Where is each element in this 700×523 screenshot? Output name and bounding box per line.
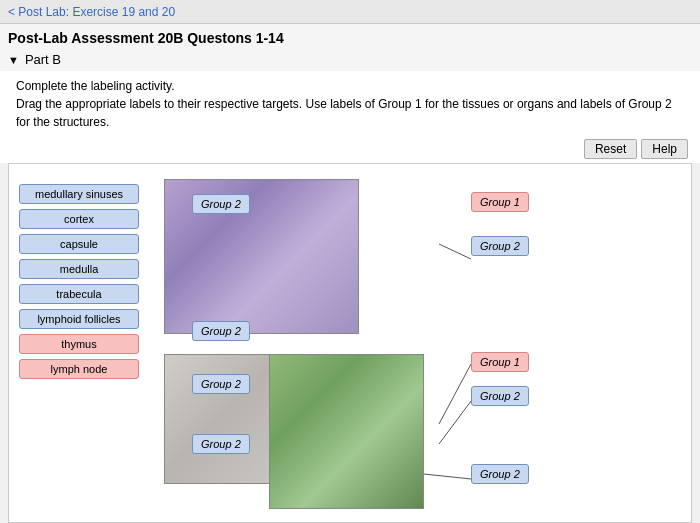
label-thymus[interactable]: thymus (19, 334, 139, 354)
section-label: Part B (25, 52, 61, 67)
drop-target-3[interactable]: Group 2 (192, 374, 250, 394)
reset-button[interactable]: Reset (584, 139, 637, 159)
part-b-header: ▼ Part B (0, 48, 700, 71)
drop-target-1[interactable]: Group 2 (192, 194, 250, 214)
drop-target-2[interactable]: Group 2 (192, 321, 250, 341)
image-bottom-microscope (269, 354, 424, 509)
drop-target-group1-mid[interactable]: Group 1 (471, 352, 529, 372)
instructions: Complete the labeling activity. Drag the… (0, 71, 700, 135)
label-medulla[interactable]: medulla (19, 259, 139, 279)
svg-line-5 (439, 364, 471, 424)
main-area: medullary sinuses cortex capsule medulla… (8, 163, 692, 523)
svg-line-6 (439, 401, 471, 444)
labels-panel: medullary sinuses cortex capsule medulla… (19, 184, 139, 379)
instruction-line1: Complete the labeling activity. (16, 77, 684, 95)
label-lymphoid-follicles[interactable]: lymphoid follicles (19, 309, 139, 329)
top-bar: < Post Lab: Exercise 19 and 20 (0, 0, 700, 24)
drop-target-group2-upper[interactable]: Group 2 (471, 236, 529, 256)
svg-line-4 (439, 244, 471, 259)
instruction-line2: Drag the appropriate labels to their res… (16, 95, 684, 131)
label-cortex[interactable]: cortex (19, 209, 139, 229)
page-title: Post-Lab Assessment 20B Questons 1-14 (0, 24, 700, 48)
drop-target-group1-top[interactable]: Group 1 (471, 192, 529, 212)
back-link[interactable]: < Post Lab: Exercise 19 and 20 (8, 5, 175, 19)
label-capsule[interactable]: capsule (19, 234, 139, 254)
label-lymph-node[interactable]: lymph node (19, 359, 139, 379)
toolbar: Reset Help (0, 135, 700, 163)
label-medullary-sinuses[interactable]: medullary sinuses (19, 184, 139, 204)
label-trabecula[interactable]: trabecula (19, 284, 139, 304)
help-button[interactable]: Help (641, 139, 688, 159)
svg-line-7 (424, 474, 471, 479)
collapse-icon[interactable]: ▼ (8, 54, 19, 66)
drop-target-group2-bottom[interactable]: Group 2 (471, 464, 529, 484)
drop-target-4[interactable]: Group 2 (192, 434, 250, 454)
drop-target-group2-mid[interactable]: Group 2 (471, 386, 529, 406)
